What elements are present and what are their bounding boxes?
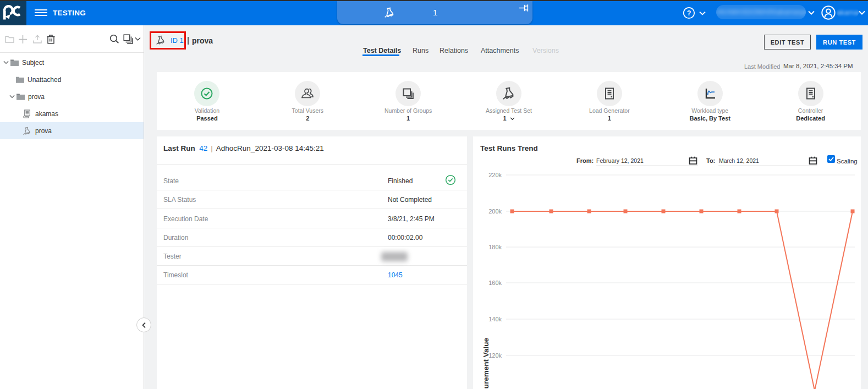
svg-text:160k: 160k xyxy=(488,280,502,286)
svg-text:?: ? xyxy=(687,9,691,17)
svg-text:120k: 120k xyxy=(488,352,502,359)
svg-text:140k: 140k xyxy=(488,316,502,322)
svg-text:220k: 220k xyxy=(488,172,502,178)
svg-text:200k: 200k xyxy=(488,208,502,215)
svg-text:Measurement Value: Measurement Value xyxy=(482,337,490,389)
svg-text:180k: 180k xyxy=(488,244,502,250)
